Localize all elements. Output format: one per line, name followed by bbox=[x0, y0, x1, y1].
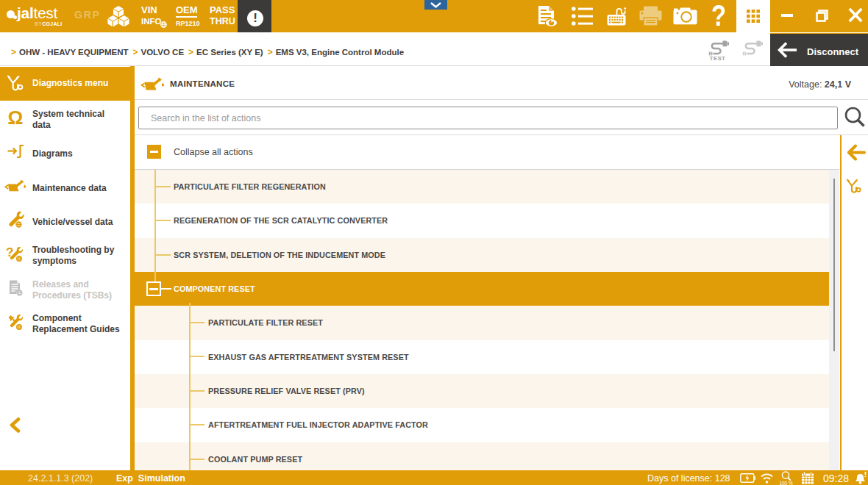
svg-text:100 %: 100 % bbox=[780, 481, 793, 485]
svg-text:TEST: TEST bbox=[710, 55, 726, 61]
